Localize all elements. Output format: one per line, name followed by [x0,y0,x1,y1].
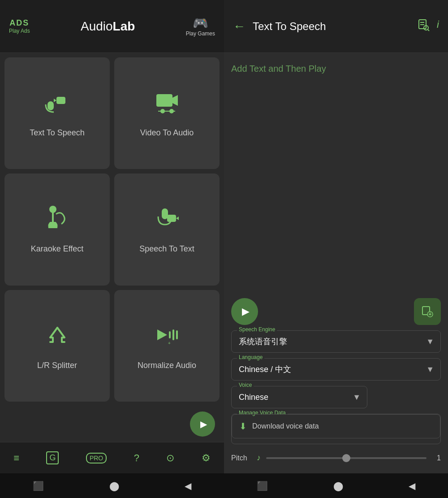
gamepad-icon: 🎮 [193,16,208,30]
s2t-icon [154,205,181,237]
ads-sub: Play Ads [9,28,30,34]
pitch-label: Pitch [231,454,251,462]
nav-gamepad[interactable]: ⊙ [166,452,174,464]
play-games-section[interactable]: 🎮 Play Games [186,16,215,37]
right-content: Add Text and Then Play ▶ [224,53,448,473]
karaoke-icon [44,205,71,237]
norm-icon: + [154,321,181,354]
svg-marker-10 [176,217,179,220]
tts-label: Text To Speech [30,128,85,138]
svg-rect-9 [167,215,176,222]
norm-label: Normalize Audio [138,361,196,370]
nav-pro[interactable]: PRO [86,453,107,463]
voice-section: Voice Chinese ▼ [231,386,367,408]
svg-rect-0 [47,101,54,110]
nav-translate[interactable]: G [46,451,59,464]
pitch-row: Pitch ♪ 1 [231,450,441,466]
play-icon-left: ▶ [200,419,207,429]
svg-point-7 [49,206,56,213]
svg-rect-8 [162,208,168,219]
grid-item-normalize-audio[interactable]: + Normalize Audio [114,290,220,402]
grid-item-lr-splitter[interactable]: L/R Splitter [4,290,110,402]
translate-icon: G [46,451,59,464]
pitch-value: 1 [432,454,441,462]
ads-section[interactable]: ADS Play Ads [9,18,30,34]
pitch-slider[interactable] [266,457,426,459]
app-title: AudioLab [81,19,135,34]
play-icon-right: ▶ [242,306,250,317]
nav-menu[interactable]: ≡ [13,452,19,464]
svg-text:+: + [168,341,171,346]
settings-icon: ⚙ [202,452,211,464]
sys-circle-left[interactable]: ⬤ [109,481,119,491]
voice-label: Voice [237,382,254,388]
voice-dropdown[interactable]: Chinese [232,386,367,408]
manage-voice-text: Download voice data [252,422,319,430]
back-button[interactable]: ← [233,19,246,34]
grid-item-text-to-speech[interactable]: Text To Speech [4,57,110,169]
text-input-space [231,85,441,293]
speech-engine-label: Speech Engine [237,326,277,333]
svg-rect-3 [156,94,172,107]
ads-label: ADS [9,18,29,28]
system-nav: ⬛ ⬤ ◀ ⬛ ⬤ ◀ [0,473,448,498]
v2a-icon [154,89,181,121]
info-icon[interactable]: i [437,19,439,34]
manage-voice-row[interactable]: ⬇ Download voice data [232,414,440,438]
language-label: Language [237,354,264,360]
bottom-nav: ≡ G PRO ? ⊙ ⚙ [0,442,224,473]
v2a-label: Video To Audio [140,128,194,138]
play-games-label: Play Games [186,30,215,37]
tts-icon [44,89,71,121]
s2t-label: Speech To Text [139,244,194,254]
speech-engine-dropdown[interactable]: 系统语音引擎 [232,331,440,352]
language-dropdown[interactable]: Chinese / 中文 [232,359,440,380]
sys-back-right[interactable]: ◀ [409,481,415,491]
grid-item-karaoke-effect[interactable]: Karaoke Effect [4,173,110,285]
svg-marker-11 [157,329,167,340]
left-topbar: ADS Play Ads AudioLab 🎮 Play Games [0,0,224,53]
gamepad-nav-icon: ⊙ [166,452,174,464]
download-icon: ⬇ [239,421,247,432]
player-controls: ▶ [231,298,441,325]
play-button-right[interactable]: ▶ [231,298,258,325]
right-topbar: ← Text To Speech i [224,0,448,53]
left-bottom-row: ▶ [0,406,224,442]
manage-voice-section: Manage Voice Data ⬇ Download voice data [231,414,441,444]
karaoke-label: Karaoke Effect [31,244,84,254]
svg-rect-1 [56,97,65,104]
grid-item-speech-to-text[interactable]: Speech To Text [114,173,220,285]
right-panel-title: Text To Speech [253,20,410,33]
svg-marker-2 [54,99,56,102]
text-area-placeholder: Add Text and Then Play [231,60,441,78]
lr-icon [44,321,71,354]
feature-grid: Text To Speech Video To Audio [0,53,224,406]
grid-item-video-to-audio[interactable]: Video To Audio [114,57,220,169]
sys-square-left[interactable]: ⬛ [33,481,44,491]
lr-label: L/R Splitter [37,361,77,370]
pro-icon: PRO [86,453,107,463]
sys-back-left[interactable]: ◀ [185,481,191,491]
menu-icon: ≡ [13,452,19,464]
sys-circle-right[interactable]: ⬤ [333,481,343,491]
export-button[interactable] [414,298,441,325]
help-icon: ? [134,452,139,464]
pitch-icon: ♪ [257,453,261,463]
nav-settings[interactable]: ⚙ [202,452,211,464]
play-button-left[interactable]: ▶ [190,411,215,437]
sys-square-right[interactable]: ⬛ [257,481,268,491]
nav-help[interactable]: ? [134,452,139,464]
language-section: Language Chinese / 中文 ▼ [231,358,441,381]
svg-line-21 [428,30,429,31]
speech-engine-section: Speech Engine 系统语音引擎 ▼ [231,330,441,353]
search-doc-icon[interactable] [417,19,430,34]
